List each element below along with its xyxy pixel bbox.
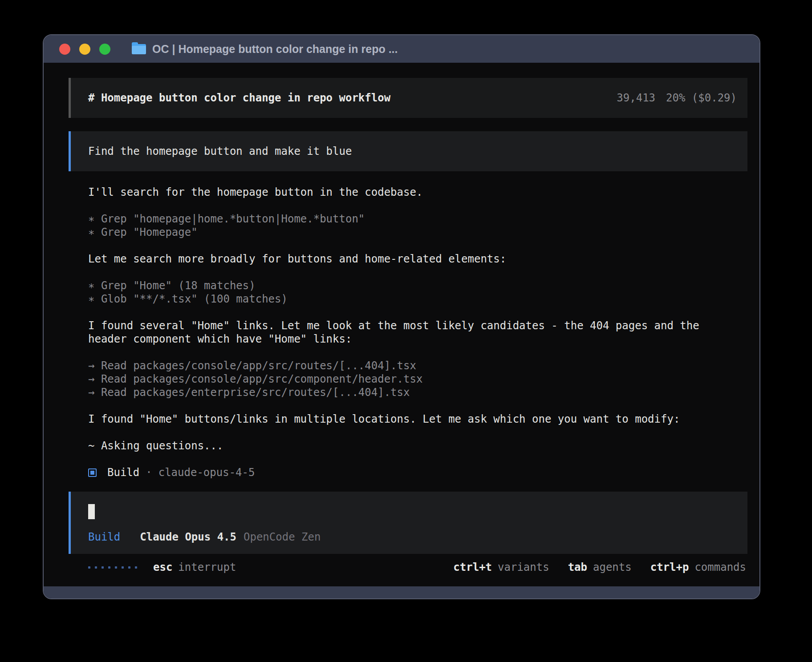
commands-keyhint: ctrl+p commands — [650, 561, 746, 573]
tool-call-read: → Read packages/console/app/src/componen… — [88, 372, 756, 386]
variants-keyhint: ctrl+t variants — [453, 561, 549, 573]
tool-call-grep: ∗ Grep "homepage|home.*button|Home.*butt… — [88, 212, 756, 226]
text-cursor — [88, 504, 95, 519]
status-left: esc interrupt — [88, 561, 236, 573]
minimize-button[interactable] — [79, 44, 90, 55]
user-message: Find the homepage button and make it blu… — [69, 131, 747, 171]
separator-dot: · — [146, 466, 152, 479]
tool-call-read: → Read packages/enterprise/src/routes/[.… — [88, 386, 756, 399]
folder-icon — [132, 44, 146, 54]
session-header: # Homepage button color change in repo w… — [69, 78, 747, 118]
ctrl-p-key: ctrl+p — [650, 561, 689, 573]
status-bar: esc interrupt ctrl+t variants tab agents… — [88, 560, 746, 574]
terminal-window: OC | Homepage button color change in rep… — [43, 34, 760, 599]
tool-call-glob: ∗ Glob "**/*.tsx" (100 matches) — [88, 292, 756, 306]
assistant-text: I'll search for the homepage button in t… — [88, 186, 756, 199]
tool-call-grep: ∗ Grep "Homepage" — [88, 226, 756, 239]
agent-name: Build — [107, 466, 139, 479]
assistant-text: Let me search more broadly for buttons a… — [88, 252, 756, 266]
session-title: # Homepage button color change in repo w… — [88, 92, 390, 104]
input-meta-row: Build Claude Opus 4.5 OpenCode Zen — [88, 531, 747, 543]
tool-call-grep: ∗ Grep "Home" (18 matches) — [88, 279, 756, 292]
asking-questions-status: ~ Asking questions... — [88, 439, 756, 452]
token-count: 39,413 — [617, 92, 655, 104]
agent-model: claude-opus-4-5 — [158, 466, 255, 479]
prompt-input[interactable]: Build Claude Opus 4.5 OpenCode Zen — [69, 492, 747, 554]
tool-call-read: → Read packages/console/app/src/routes/[… — [88, 359, 756, 372]
agent-status-row: Build · claude-opus-4-5 — [88, 466, 756, 479]
esc-keyhint-label: interrupt — [178, 561, 236, 573]
assistant-text: I found "Home" buttons/links in multiple… — [88, 412, 756, 426]
agents-keyhint: tab agents — [568, 561, 632, 573]
input-model-label[interactable]: Claude Opus 4.5 — [140, 531, 236, 543]
input-provider-label: OpenCode Zen — [244, 531, 321, 543]
window-titlebar[interactable]: OC | Homepage button color change in rep… — [44, 35, 759, 63]
session-stats: 39,41320% ($0.29) — [617, 92, 737, 104]
assistant-text: I found several "Home" links. Let me loo… — [88, 319, 756, 332]
esc-keyhint: esc — [153, 561, 172, 573]
variants-label: variants — [498, 561, 549, 573]
window-bottom-strip — [44, 586, 759, 599]
window-title: OC | Homepage button color change in rep… — [152, 43, 398, 56]
agent-build-icon — [88, 468, 97, 477]
status-right: ctrl+t variants tab agents ctrl+p comman… — [453, 561, 746, 573]
close-button[interactable] — [59, 44, 70, 55]
assistant-text: header component which have "Home" links… — [88, 332, 756, 346]
input-agent-label[interactable]: Build — [88, 531, 120, 543]
user-message-text: Find the homepage button and make it blu… — [88, 145, 352, 157]
zoom-button[interactable] — [99, 44, 110, 55]
agents-label: agents — [593, 561, 632, 573]
ctrl-t-key: ctrl+t — [453, 561, 492, 573]
assistant-transcript: I'll search for the homepage button in t… — [88, 186, 756, 479]
commands-label: commands — [694, 561, 746, 573]
working-spinner-icon — [88, 566, 142, 569]
tab-key: tab — [568, 561, 587, 573]
context-usage: 20% ($0.29) — [666, 92, 737, 104]
